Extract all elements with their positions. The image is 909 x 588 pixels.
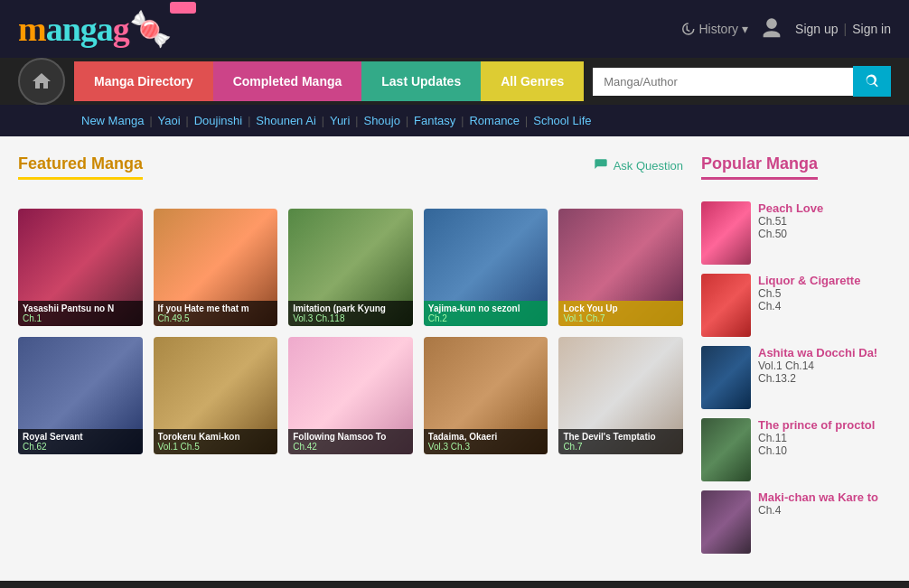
manga-card-6[interactable]: Royal Servant Ch.62: [18, 337, 143, 454]
user-icon: [759, 16, 784, 42]
popular-info-2: Liquor & Cigarette Ch.5 Ch.4: [758, 274, 860, 313]
signin-link[interactable]: Sign in: [852, 22, 891, 36]
search-button[interactable]: [853, 66, 891, 97]
popular-ch2-3: Ch.13.2: [758, 372, 877, 385]
popular-manga-title-4[interactable]: The prince of proctol: [758, 418, 875, 432]
popular-ch2-1: Ch.50: [758, 228, 823, 240]
popular-item-5[interactable]: Maki-chan wa Kare to Ch.4: [701, 490, 891, 554]
chat-icon: [594, 158, 608, 173]
nav-tabs: Manga Directory Completed Manga Last Upd…: [0, 58, 909, 105]
manga-title-5: Lock You Up: [563, 303, 679, 313]
manga-card-2[interactable]: If you Hate me that m Ch.49.5: [154, 209, 278, 326]
manga-badge-3: Imitation (park Kyung Vol.3 Ch.118: [288, 301, 413, 326]
popular-ch1-5: Ch.4: [758, 504, 878, 517]
genre-romance[interactable]: Romance: [469, 114, 520, 127]
popular-thumb-4: [701, 418, 751, 481]
manga-ch-6: Ch.62: [23, 442, 138, 452]
signup-link[interactable]: Sign up: [795, 22, 838, 36]
header: mangag🍬 beta History ▾ Sign up | Sign in: [0, 0, 909, 58]
tab-manga-directory[interactable]: Manga Directory: [74, 61, 213, 101]
manga-card-10[interactable]: The Devil's Temptatio Ch.7: [558, 337, 683, 454]
manga-title-9: Tadaima, Okaeri: [428, 432, 544, 442]
popular-manga-title-2[interactable]: Liquor & Cigarette: [758, 274, 860, 287]
manga-card-8[interactable]: Following Namsoo To Ch.42: [288, 337, 413, 454]
auth-separator: |: [844, 22, 848, 36]
genre-new-manga[interactable]: New Manga: [81, 114, 144, 127]
tab-completed-manga[interactable]: Completed Manga: [213, 61, 362, 101]
home-icon: [31, 70, 52, 92]
tab-all-genres[interactable]: All Genres: [481, 61, 584, 101]
popular-info-3: Ashita wa Docchi Da! Vol.1 Ch.14 Ch.13.2: [758, 346, 877, 385]
manga-badge-8: Following Namsoo To Ch.42: [288, 429, 413, 454]
popular-info-4: The prince of proctol Ch.11 Ch.10: [758, 418, 875, 457]
popular-ch1-1: Ch.51: [758, 215, 823, 228]
manga-ch-9: Vol.3 Ch.3: [428, 442, 544, 452]
manga-badge-1: Yasashii Pantsu no N Ch.1: [18, 301, 143, 326]
manga-title-2: If you Hate me that m: [158, 303, 274, 313]
manga-ch-7: Vol.1 Ch.5: [158, 442, 274, 452]
genre-doujinshi[interactable]: Doujinshi: [194, 114, 242, 127]
popular-manga-title-1[interactable]: Peach Love: [758, 201, 823, 215]
popular-ch1-4: Ch.11: [758, 432, 875, 444]
ask-question-label: Ask Question: [614, 159, 683, 173]
manga-badge-9: Tadaima, Okaeri Vol.3 Ch.3: [424, 429, 548, 454]
home-button[interactable]: [18, 58, 65, 105]
genre-fantasy[interactable]: Fantasy: [414, 114, 455, 127]
manga-card-9[interactable]: Tadaima, Okaeri Vol.3 Ch.3: [424, 337, 548, 454]
manga-badge-10: The Devil's Temptatio Ch.7: [558, 429, 683, 454]
history-icon: [679, 21, 696, 37]
popular-title: Popular Manga: [701, 154, 818, 180]
popular-item-1[interactable]: Peach Love Ch.51 Ch.50: [701, 201, 891, 265]
featured-manga-grid: Yasashii Pantsu no N Ch.1 If you Hate me…: [18, 209, 683, 454]
popular-info-1: Peach Love Ch.51 Ch.50: [758, 201, 823, 240]
history-button[interactable]: History ▾: [679, 21, 749, 37]
main-content: Featured Manga Ask Question Yasashii Pan…: [0, 136, 909, 581]
auth-links: Sign up | Sign in: [795, 22, 891, 36]
popular-manga-title-3[interactable]: Ashita wa Docchi Da!: [758, 346, 877, 359]
featured-title: Featured Manga: [18, 154, 143, 180]
manga-ch-10: Ch.7: [563, 442, 679, 452]
manga-card-1[interactable]: Yasashii Pantsu no N Ch.1: [18, 209, 143, 326]
header-right: History ▾ Sign up | Sign in: [679, 16, 892, 42]
popular-thumb-1: [701, 201, 751, 265]
featured-header: Featured Manga Ask Question: [18, 154, 683, 194]
popular-ch2-4: Ch.10: [758, 444, 875, 457]
search-input[interactable]: [593, 68, 853, 96]
manga-title-8: Following Namsoo To: [293, 432, 408, 442]
popular-manga-title-5[interactable]: Maki-chan wa Kare to: [758, 490, 878, 504]
genre-yuri[interactable]: Yuri: [330, 114, 350, 127]
genre-shoujo[interactable]: Shoujo: [363, 114, 399, 127]
manga-card-3[interactable]: Imitation (park Kyung Vol.3 Ch.118: [288, 209, 413, 326]
tab-last-updates[interactable]: Last Updates: [361, 61, 481, 101]
genre-school-life[interactable]: School Life: [533, 114, 591, 127]
bottom-bar: New Chapters Yaoi Manga Top 5: [0, 581, 909, 588]
manga-title-7: Torokeru Kami-kon: [158, 432, 274, 442]
manga-badge-4: Yajima-kun no sezonl Ch.2: [424, 301, 548, 326]
search-area: [584, 66, 891, 97]
logo[interactable]: mangag🍬 beta: [18, 9, 171, 49]
manga-card-7[interactable]: Torokeru Kami-kon Vol.1 Ch.5: [154, 337, 278, 454]
manga-card-5[interactable]: Lock You Up Vol.1 Ch.7: [558, 209, 683, 326]
manga-title-10: The Devil's Temptatio: [563, 432, 679, 442]
popular-item-4[interactable]: The prince of proctol Ch.11 Ch.10: [701, 418, 891, 481]
popular-thumb-2: [701, 274, 751, 337]
popular-item-2[interactable]: Liquor & Cigarette Ch.5 Ch.4: [701, 274, 891, 337]
manga-card-4[interactable]: Yajima-kun no sezonl Ch.2: [424, 209, 548, 326]
manga-badge-2: If you Hate me that m Ch.49.5: [154, 301, 278, 326]
popular-thumb-3: [701, 346, 751, 409]
history-label: History: [699, 22, 739, 36]
history-dropdown-icon[interactable]: ▾: [742, 22, 748, 36]
genre-yaoi[interactable]: Yaoi: [158, 114, 181, 127]
manga-title-1: Yasashii Pantsu no N: [23, 303, 138, 313]
genre-nav: New Manga | Yaoi | Doujinshi | Shounen A…: [0, 105, 909, 136]
popular-item-3[interactable]: Ashita wa Docchi Da! Vol.1 Ch.14 Ch.13.2: [701, 346, 891, 409]
popular-ch1-2: Ch.5: [758, 287, 860, 300]
popular-ch2-2: Ch.4: [758, 300, 860, 313]
ask-question-button[interactable]: Ask Question: [594, 158, 683, 173]
popular-ch1-3: Vol.1 Ch.14: [758, 359, 877, 372]
right-panel: Popular Manga Peach Love Ch.51 Ch.50 Liq…: [701, 154, 891, 563]
manga-ch-8: Ch.42: [293, 442, 408, 452]
manga-ch-1: Ch.1: [23, 313, 138, 323]
genre-shounen-ai[interactable]: Shounen Ai: [256, 114, 316, 127]
manga-ch-4: Ch.2: [428, 313, 544, 323]
